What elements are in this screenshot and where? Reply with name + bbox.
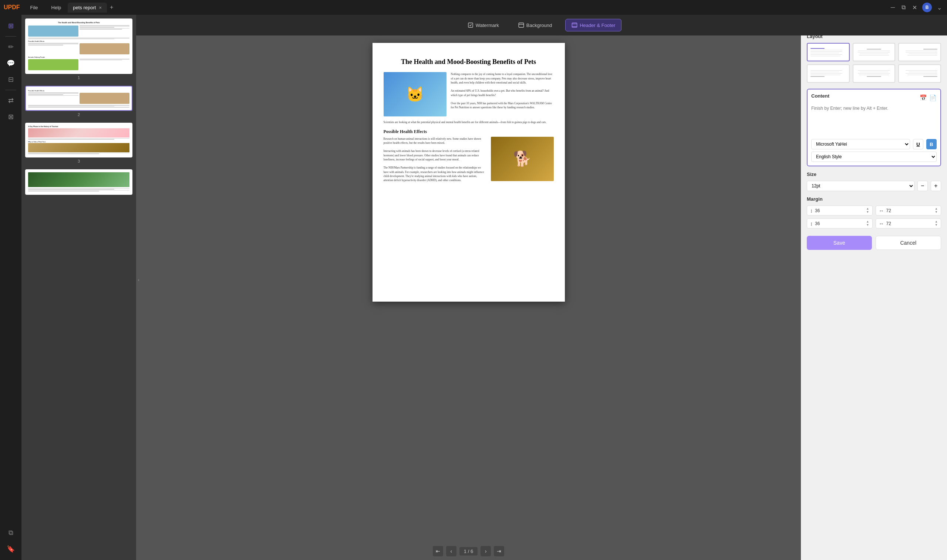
svg-rect-2 — [572, 23, 577, 27]
collapse-panel-button[interactable]: ‹ — [136, 273, 141, 288]
thumb2-img1 — [80, 93, 130, 104]
thumb-dog-img — [80, 43, 130, 54]
titlebar-right: ─ ⧉ ✕ B ⌄ — [889, 3, 943, 12]
pdf-cat-image: 🐱 — [384, 72, 446, 117]
content-actions: 📅 📄 — [920, 94, 937, 101]
margin-bottom-item: ↕ 36 ▲ ▼ — [807, 218, 873, 228]
thumb-content-4 — [26, 170, 132, 194]
t4-l1 — [28, 188, 130, 189]
thumb3-title: A Key Phase in the History of Tourism — [28, 126, 130, 128]
margin-bottom-up[interactable]: ▲ — [866, 220, 869, 223]
watermark-button[interactable]: Watermark — [462, 19, 505, 31]
size-decrease-button[interactable]: − — [918, 181, 928, 191]
size-label: Size — [807, 172, 941, 177]
tab-close-button[interactable]: × — [99, 5, 102, 10]
underline-button[interactable]: U — [913, 139, 923, 149]
thumbnail-3[interactable]: A Key Phase in the History of Tourism Wh… — [25, 123, 133, 163]
user-avatar[interactable]: B — [922, 3, 932, 12]
layers-sidebar-item[interactable]: ⧉ — [3, 525, 18, 540]
margin-right-up[interactable]: ▲ — [935, 208, 938, 210]
pdf-health-text: Research on human-animal interactions is… — [384, 137, 486, 183]
pdf-body-1: Nothing compares to the joy of coming ho… — [451, 72, 554, 85]
calendar-icon[interactable]: 📅 — [920, 94, 927, 101]
next-page-button[interactable]: › — [481, 546, 491, 556]
size-select[interactable]: 12pt — [807, 181, 915, 191]
thumb-img-1[interactable]: The Health and Mood-Boosting Benefits of… — [25, 18, 133, 74]
minimize-button[interactable]: ─ — [889, 3, 896, 12]
prev-page-button[interactable]: ‹ — [446, 546, 457, 556]
pdf-body-4: Scientists are looking at what the poten… — [384, 120, 554, 124]
edit-sidebar-item[interactable]: ✏ — [3, 40, 18, 54]
margin-left-item: ↔ 72 ▲ ▼ — [876, 218, 941, 228]
thumbnail-2[interactable]: Possible Health Effects 2 — [25, 86, 133, 117]
cancel-button[interactable]: Cancel — [876, 236, 941, 250]
font-select[interactable]: Microsoft YaHei — [811, 139, 910, 149]
add-tab-button[interactable]: + — [110, 4, 113, 11]
menu-help[interactable]: Help — [48, 3, 64, 12]
margin-top-value: 36 — [815, 208, 864, 213]
margin-bottom-value: 36 — [815, 221, 864, 226]
menu-file[interactable]: File — [27, 3, 41, 12]
style-select[interactable]: English Style — [811, 152, 937, 162]
save-button[interactable]: Save — [807, 236, 872, 250]
thumb2-row-1 — [28, 92, 130, 105]
thumb-img-4[interactable] — [25, 169, 133, 195]
left-sidebar: ⊞ ✏ 💬 ⊟ ⇄ ⊠ ⧉ 🔖 — [0, 15, 22, 560]
bookmark-sidebar-item[interactable]: 🔖 — [3, 542, 18, 556]
thumb-img-2[interactable]: Possible Health Effects — [25, 86, 133, 111]
thumb4-img — [28, 172, 130, 187]
pdf-cat-image-block: 🐱 — [384, 72, 446, 117]
margin-grid: ↕ 36 ▲ ▼ ↔ 72 ▲ ▼ ↕ 36 — [807, 206, 941, 228]
export-sidebar-item[interactable]: ⊠ — [3, 109, 18, 124]
thumb-row-1 — [28, 25, 130, 37]
background-label: Background — [526, 23, 552, 28]
maximize-button[interactable]: ⧉ — [900, 3, 907, 12]
margin-right-icon: ↔ — [879, 208, 884, 214]
thumb-img-3[interactable]: A Key Phase in the History of Tourism Wh… — [25, 123, 133, 157]
margin-bottom-spinners: ▲ ▼ — [866, 220, 869, 226]
first-page-button[interactable]: ⇤ — [433, 546, 443, 556]
close-button[interactable]: ✕ — [911, 3, 919, 12]
margin-left-spinners: ▲ ▼ — [935, 220, 938, 226]
layout-top-left[interactable] — [807, 43, 850, 62]
size-increase-button[interactable]: + — [931, 181, 941, 191]
svg-rect-0 — [468, 23, 473, 27]
organize-sidebar-item[interactable]: ⊟ — [3, 72, 18, 87]
sidebar-divider-1 — [5, 36, 16, 37]
background-button[interactable]: Background — [512, 19, 558, 31]
pdf-intro-text: Nothing compares to the joy of coming ho… — [451, 72, 554, 117]
margin-left-down[interactable]: ▼ — [935, 224, 938, 226]
thumbnails-sidebar-item[interactable]: ⊞ — [3, 18, 18, 33]
thumb2-col-text — [28, 92, 79, 105]
thumb-content-2: Possible Health Effects — [26, 86, 132, 110]
page-number-icon[interactable]: 📄 — [929, 94, 937, 101]
size-row: 12pt − + — [807, 181, 941, 191]
margin-bottom-down[interactable]: ▼ — [866, 224, 869, 226]
bold-button[interactable]: B — [926, 139, 937, 149]
layout-top-center[interactable] — [853, 43, 896, 62]
layout-bottom-left[interactable] — [807, 64, 850, 83]
sidebar-divider-2 — [5, 90, 16, 90]
t3-l4 — [28, 154, 99, 154]
margin-right-value: 72 — [886, 208, 933, 213]
comment-sidebar-item[interactable]: 💬 — [3, 56, 18, 71]
layout-bottom-right[interactable] — [898, 64, 941, 83]
active-tab[interactable]: pets report × — [68, 3, 107, 12]
margin-right-down[interactable]: ▼ — [935, 211, 938, 214]
layout-bottom-center[interactable] — [853, 64, 896, 83]
layout-top-right[interactable] — [898, 43, 941, 62]
thumb3-img2 — [28, 143, 130, 152]
thumb2-col-img — [80, 92, 130, 105]
header-footer-button[interactable]: Header & Footer — [565, 19, 622, 31]
right-panel: Add Header & Footer ⤢ Layout — [801, 15, 947, 560]
margin-top-down[interactable]: ▼ — [866, 211, 869, 214]
thumbnail-1[interactable]: The Health and Mood-Boosting Benefits of… — [25, 18, 133, 80]
convert-sidebar-item[interactable]: ⇄ — [3, 93, 18, 108]
thumbnail-4[interactable] — [25, 169, 133, 195]
content-input[interactable] — [811, 105, 937, 135]
margin-left-up[interactable]: ▲ — [935, 220, 938, 223]
thumb-line-7 — [28, 44, 79, 45]
margin-top-up[interactable]: ▲ — [866, 208, 869, 210]
last-page-button[interactable]: ⇥ — [494, 546, 504, 556]
page-navigation: ⇤ ‹ 1 / 6 › ⇥ — [136, 546, 801, 556]
